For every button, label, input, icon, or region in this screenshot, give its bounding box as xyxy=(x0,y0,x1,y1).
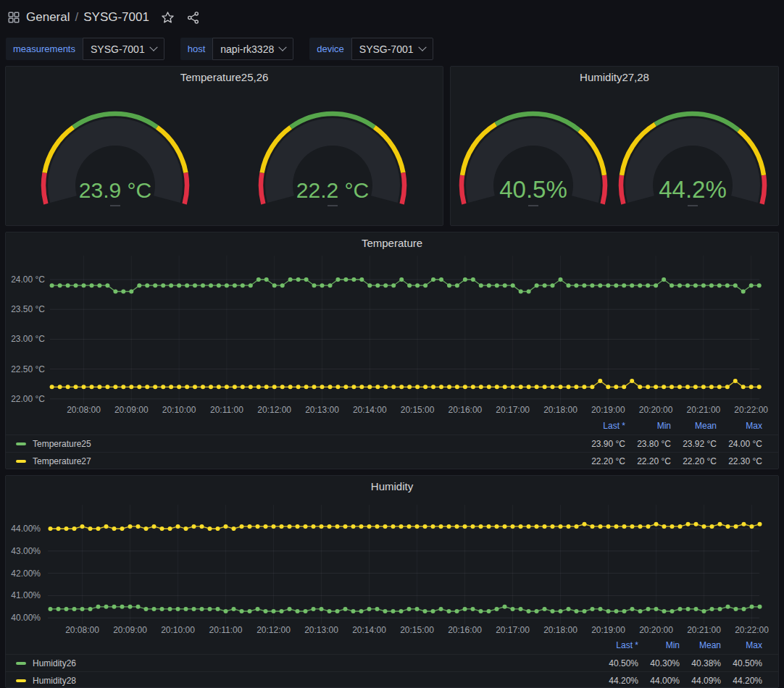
x-axis-tick-label: 20:14:00 xyxy=(352,625,386,635)
chart-canvas[interactable]: 44.00%43.00%42.00%41.00%40.00%20:08:0020… xyxy=(6,476,779,639)
x-axis-tick-label: 20:12:00 xyxy=(257,405,291,415)
gauge-value: 44.2% xyxy=(659,176,727,203)
variable-host-select[interactable]: napi-rk3328 xyxy=(212,38,293,60)
x-axis-tick-label: 20:22:00 xyxy=(734,405,768,415)
gauge-threshold-arc xyxy=(402,172,404,204)
breadcrumb-dashboard[interactable]: SYSG-7001 xyxy=(83,10,149,25)
legend-stat-value: 23.92 °C xyxy=(671,439,717,449)
x-axis-tick-label: 20:19:00 xyxy=(591,405,625,415)
star-icon[interactable] xyxy=(161,11,175,25)
gauge-1: 44.2% xyxy=(621,114,764,206)
variable-host-value: napi-rk3328 xyxy=(220,43,274,55)
gauge-needle-marker xyxy=(328,205,338,206)
gauge-0: 23.9 °C xyxy=(43,114,187,206)
variable-measurements-label: measurements xyxy=(6,38,83,60)
x-axis-tick-label: 20:17:00 xyxy=(496,625,530,635)
x-axis-tick-label: 20:10:00 xyxy=(162,405,196,415)
x-axis-tick-label: 20:13:00 xyxy=(304,625,338,635)
y-axis-tick-label: 23.50 °C xyxy=(11,304,45,314)
legend-column-header[interactable]: Last * xyxy=(597,640,638,650)
legend-stat-value: 24.00 °C xyxy=(717,439,762,449)
chevron-down-icon xyxy=(279,43,287,51)
series-color-swatch xyxy=(16,679,26,682)
gauge-needle-marker xyxy=(528,205,538,206)
x-axis-tick-label: 20:22:00 xyxy=(735,625,769,635)
gauge-needle-marker xyxy=(110,205,120,206)
x-axis-tick-label: 20:09:00 xyxy=(113,625,147,635)
legend-column-header[interactable]: Mean xyxy=(680,640,721,650)
gauge-threshold-arc xyxy=(621,175,623,204)
legend-stat-value: 22.20 °C xyxy=(580,456,625,466)
x-axis-tick-label: 20:11:00 xyxy=(210,405,243,415)
x-axis-tick-label: 20:20:00 xyxy=(639,405,673,415)
legend-series-name[interactable]: Temperature25 xyxy=(16,439,580,449)
panel-title[interactable]: Temperature xyxy=(6,237,778,249)
legend-stat-value: 40.38% xyxy=(680,658,721,668)
gauge-1: 22.2 °C xyxy=(261,114,404,206)
legend-stat-value: 44.00% xyxy=(638,676,680,686)
top-nav: General / SYSG-7001 xyxy=(0,0,784,35)
breadcrumb-folder[interactable]: General xyxy=(26,10,70,25)
variable-measurements: measurements SYSG-7001 xyxy=(6,38,164,60)
x-axis-tick-label: 20:19:00 xyxy=(591,625,625,635)
x-axis-tick-label: 20:18:00 xyxy=(543,405,577,415)
variable-device-label: device xyxy=(309,38,351,60)
y-axis-tick-label: 44.00% xyxy=(11,524,41,534)
legend-row: Humidity2640.50%40.30%40.38%40.50% xyxy=(6,654,778,671)
legend-stat-value: 22.20 °C xyxy=(671,456,717,466)
panel-title[interactable]: Temperature25,26 xyxy=(6,71,443,83)
y-axis-tick-label: 24.00 °C xyxy=(11,274,45,285)
gauge-threshold-arc xyxy=(43,172,46,204)
x-axis-tick-label: 20:18:00 xyxy=(543,625,577,635)
y-axis-tick-label: 22.00 °C xyxy=(11,394,45,404)
legend-column-header[interactable]: Min xyxy=(638,640,680,650)
chart-plot-area[interactable] xyxy=(50,256,759,404)
x-axis-tick-label: 20:16:00 xyxy=(448,625,482,635)
legend-series-name[interactable]: Temperature27 xyxy=(16,456,580,466)
gauge-value: 22.2 °C xyxy=(296,178,369,202)
y-axis-tick-label: 22.50 °C xyxy=(11,364,45,374)
legend-row: Humidity2844.20%44.00%44.09%44.20% xyxy=(6,671,778,688)
x-axis-tick-label: 20:12:00 xyxy=(257,625,291,635)
legend-stat-value: 22.20 °C xyxy=(625,456,671,466)
panel-title[interactable]: Humidity xyxy=(6,480,778,492)
series-color-swatch xyxy=(16,442,26,445)
legend-table: Last *MinMeanMaxHumidity2640.50%40.30%40… xyxy=(6,637,778,688)
share-icon[interactable] xyxy=(186,11,200,25)
y-axis-tick-label: 42.00% xyxy=(11,569,41,579)
chevron-down-icon xyxy=(418,43,426,51)
chart-canvas[interactable]: 24.00 °C23.50 °C23.00 °C22.50 °C22.00 °C… xyxy=(6,232,780,417)
panel-temperature-chart: Temperature 24.00 °C23.50 °C23.00 °C22.5… xyxy=(5,232,779,469)
x-axis-tick-label: 20:09:00 xyxy=(114,405,149,415)
x-axis-tick-label: 20:21:00 xyxy=(687,625,721,635)
gauge-canvas: 40.5%44.2% xyxy=(451,67,778,225)
legend-column-header[interactable]: Max xyxy=(721,640,762,650)
legend-column-header[interactable]: Last * xyxy=(580,421,625,431)
legend-series-name[interactable]: Humidity28 xyxy=(16,676,597,686)
gauge-canvas: 23.9 °C22.2 °C xyxy=(6,67,443,225)
legend-series-name[interactable]: Humidity26 xyxy=(16,658,597,668)
x-axis-tick-label: 20:13:00 xyxy=(305,405,339,415)
legend-stat-value: 22.30 °C xyxy=(717,456,762,466)
variable-host-label: host xyxy=(180,38,213,60)
legend-stat-value: 23.90 °C xyxy=(580,439,625,449)
legend-stat-value: 44.20% xyxy=(597,676,638,686)
legend-stat-value: 44.20% xyxy=(721,676,762,686)
panel-title[interactable]: Humidity27,28 xyxy=(451,71,778,83)
chart-plot-area[interactable] xyxy=(48,505,759,624)
variable-measurements-select[interactable]: SYSG-7001 xyxy=(83,38,164,60)
variable-device-select[interactable]: SYSG-7001 xyxy=(351,38,433,60)
x-axis-tick-label: 20:08:00 xyxy=(65,625,99,635)
panel-humidity-gauges: Humidity27,28 40.5%44.2% xyxy=(450,66,779,226)
gauge-threshold-arc xyxy=(261,172,263,204)
x-axis-tick-label: 20:10:00 xyxy=(161,625,195,635)
dashboards-grid-icon[interactable] xyxy=(7,11,20,24)
variables-row: measurements SYSG-7001 host napi-rk3328 … xyxy=(6,38,449,60)
legend-column-header[interactable]: Max xyxy=(717,421,762,431)
legend-column-header[interactable]: Mean xyxy=(671,421,717,431)
variable-device-value: SYSG-7001 xyxy=(359,43,414,55)
legend-column-header[interactable]: Min xyxy=(625,421,671,431)
chevron-down-icon xyxy=(149,43,157,51)
x-axis-tick-label: 20:16:00 xyxy=(449,405,483,415)
legend-stat-value: 40.50% xyxy=(721,658,762,668)
